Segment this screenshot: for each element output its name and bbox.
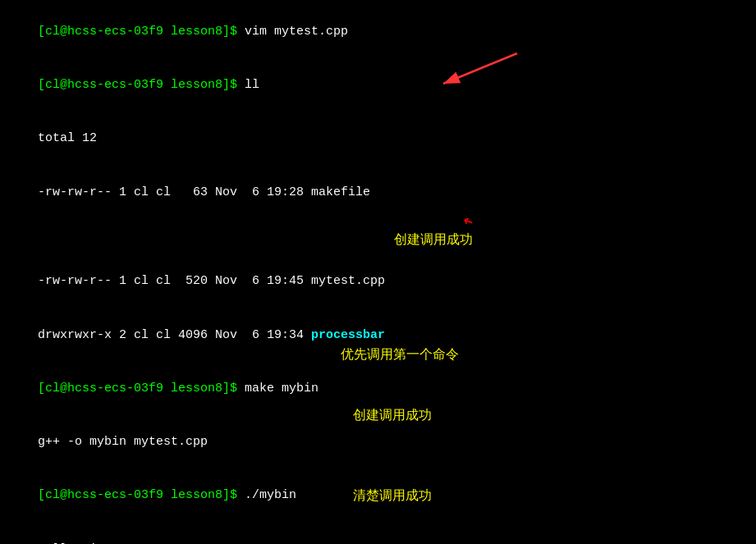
svg-line-1 — [443, 53, 517, 84]
output-3: total 12 — [38, 131, 97, 145]
annotation-3: 创建调用成功 — [353, 405, 432, 424]
line-2: [cl@hcss-ecs-03f9 lesson8]$ ll — [8, 58, 748, 112]
terminal-window: [cl@hcss-ecs-03f9 lesson8]$ vim mytest.c… — [0, 0, 756, 544]
output-5: -rw-rw-r-- 1 cl cl 520 Nov 6 19:45 mytes… — [38, 274, 385, 288]
prompt-2: [cl@hcss-ecs-03f9 lesson8]$ — [38, 78, 245, 92]
annotation-4: 清楚调用成功 — [353, 486, 432, 505]
output-8: g++ -o mybin mytest.cpp — [38, 435, 208, 449]
output-6b-processbar: processbar — [311, 328, 385, 342]
annotation-2: 优先调用第一个命令 — [341, 345, 459, 363]
output-4: -rw-rw-r-- 1 cl cl 63 Nov 6 19:28 makefi… — [38, 185, 370, 199]
cmd-9: ./mybin — [245, 488, 296, 502]
cmd-2: ll — [245, 78, 259, 92]
cmd-1: vim mytest.cpp — [245, 25, 348, 39]
line-5: -rw-rw-r-- 1 cl cl 520 Nov 6 19:45 mytes… — [8, 255, 748, 309]
line-4: -rw-rw-r-- 1 cl cl 63 Nov 6 19:28 makefi… — [8, 166, 748, 255]
cmd-7: make mybin — [245, 382, 318, 395]
line-1: [cl@hcss-ecs-03f9 lesson8]$ vim mytest.c… — [8, 5, 748, 58]
line-3: total 12 — [8, 112, 748, 166]
prompt-1: [cl@hcss-ecs-03f9 lesson8]$ — [38, 25, 245, 39]
prompt-9: [cl@hcss-ecs-03f9 lesson8]$ — [38, 488, 245, 502]
annotation-1: 创建调用成功 — [394, 230, 473, 249]
output-6a: drwxrwxr-x 2 cl cl 4096 Nov 6 19:34 — [38, 328, 311, 342]
prompt-7: [cl@hcss-ecs-03f9 lesson8]$ — [38, 382, 245, 395]
line-10: Hello Linux — [8, 523, 748, 544]
red-arrow-svg — [427, 49, 525, 90]
